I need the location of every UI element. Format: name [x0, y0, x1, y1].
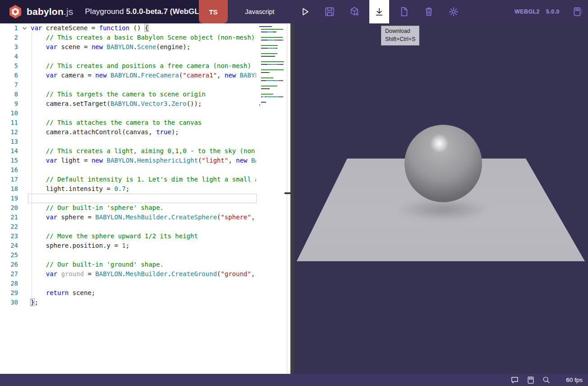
line-number: 25	[0, 250, 18, 260]
docs-icon	[526, 376, 535, 385]
line-number: 2	[0, 33, 18, 42]
gear-icon	[448, 6, 459, 18]
typescript-toggle-button[interactable]: TS	[199, 0, 228, 23]
code-line: 4	[0, 52, 256, 61]
line-number: 19	[0, 194, 18, 203]
code-line: 11 // This attaches the camera to the ca…	[0, 118, 256, 127]
code-line: 20 // Our built-in 'sphere' shape.	[0, 203, 256, 213]
line-number: 21	[0, 213, 18, 222]
code-line: 9 camera.setTarget(BABYLON.Vector3.Zero(…	[0, 99, 256, 109]
code-line: 23 // Move the sphere upward 1/2 its hei…	[0, 232, 256, 241]
tooltip-shortcut: Shift+Ctrl+S	[385, 36, 415, 44]
save-button[interactable]	[320, 0, 340, 23]
code-line: 26 // Our built-in 'ground' shape.	[0, 260, 256, 269]
line-number: 17	[0, 175, 18, 184]
docs-button[interactable]	[523, 374, 538, 386]
fold-chevron-icon[interactable]	[18, 23, 31, 33]
babylonjs-logo-icon[interactable]	[8, 4, 23, 19]
line-number: 29	[0, 288, 18, 298]
save-icon	[324, 6, 335, 18]
code-line: 7	[0, 80, 256, 90]
language-selector[interactable]: Javascript	[238, 0, 281, 23]
status-bar: 60 fps	[0, 374, 588, 386]
code-lines: 1var createScene = function () {2 // Thi…	[0, 23, 256, 307]
code-line: 21 var sphere = BABYLON.MeshBuilder.Crea…	[0, 213, 256, 222]
code-line: 28	[0, 279, 256, 288]
download-icon	[373, 6, 385, 18]
line-number: 8	[0, 90, 18, 99]
line-number: 3	[0, 42, 18, 52]
split-divider[interactable]	[290, 23, 294, 374]
code-line: 30};	[0, 298, 256, 307]
page-title: Playground5.0.0-beta.7 (WebGL2)	[85, 7, 206, 16]
minimap[interactable]	[259, 23, 287, 374]
brand-text[interactable]: babylon.js	[27, 6, 74, 17]
code-line: 8 // This targets the camera to scene or…	[0, 90, 256, 99]
line-number: 16	[0, 165, 18, 175]
code-line: 27 var ground = BABYLON.MeshBuilder.Crea…	[0, 269, 256, 279]
new-file-icon	[398, 6, 410, 18]
line-number: 27	[0, 269, 18, 279]
engine-label: WEBGL2	[514, 0, 540, 23]
line-number: 7	[0, 80, 18, 90]
play-icon	[299, 6, 311, 18]
line-number: 26	[0, 260, 18, 269]
top-toolbar: babylon.js Playground5.0.0-beta.7 (WebGL…	[0, 0, 588, 23]
code-line: 3 var scene = new BABYLON.Scene(engine);	[0, 42, 256, 52]
line-number: 15	[0, 156, 18, 165]
settings-button[interactable]	[444, 0, 464, 23]
run-button[interactable]	[295, 0, 315, 23]
line-number: 22	[0, 222, 18, 232]
feedback-button[interactable]	[507, 374, 522, 386]
line-number: 30	[0, 298, 18, 307]
code-line: 22	[0, 222, 256, 232]
tooltip-title: Download	[385, 27, 415, 36]
code-line: 6 var camera = new BABYLON.FreeCamera("c…	[0, 71, 256, 80]
line-number: 5	[0, 61, 18, 71]
line-number: 20	[0, 203, 18, 213]
brand-section: babylon.js Playground5.0.0-beta.7 (WebGL…	[0, 0, 199, 23]
line-number: 23	[0, 232, 18, 241]
line-number: 24	[0, 241, 18, 250]
line-number: 10	[0, 109, 18, 118]
clear-button[interactable]	[419, 0, 439, 23]
code-editor[interactable]: 1var createScene = function () {2 // Thi…	[0, 23, 290, 374]
line-number: 28	[0, 279, 18, 288]
line-number: 11	[0, 118, 18, 127]
sphere-mesh	[404, 125, 482, 202]
examples-icon	[572, 6, 583, 18]
trash-icon	[423, 6, 435, 18]
code-line: 24 sphere.position.y = 1;	[0, 241, 256, 250]
code-line: 1var createScene = function () {	[0, 23, 256, 33]
line-number: 4	[0, 52, 18, 61]
code-line: 19	[0, 194, 256, 203]
code-line: 14 // This creates a light, aiming 0,1,0…	[0, 146, 256, 156]
download-button[interactable]	[369, 0, 389, 23]
line-number: 6	[0, 71, 18, 80]
line-number: 14	[0, 146, 18, 156]
minimap-line	[259, 104, 287, 106]
code-line: 18 light.intensity = 0.7;	[0, 184, 256, 194]
code-line: 10	[0, 109, 256, 118]
code-line: 5 // This creates and positions a free c…	[0, 61, 256, 71]
code-line: 17 // Default intensity is 1. Let's dim …	[0, 175, 256, 184]
render-canvas[interactable]	[294, 23, 588, 374]
search-icon	[542, 375, 551, 385]
examples-button[interactable]	[568, 0, 588, 23]
code-line: 15 var light = new BABYLON.HemisphericLi…	[0, 156, 256, 165]
download-tooltip: Download Shift+Ctrl+S	[381, 26, 419, 45]
split-divider-handle[interactable]	[285, 192, 291, 194]
inspector-icon	[349, 6, 360, 18]
code-line: 13	[0, 137, 256, 146]
code-line: 16	[0, 165, 256, 175]
inspector-button[interactable]	[345, 0, 364, 23]
babylon-playground-window: babylon.js Playground5.0.0-beta.7 (WebGL…	[0, 0, 588, 386]
code-line: 25	[0, 250, 256, 260]
new-button[interactable]	[394, 0, 414, 23]
code-line: 29 return scene;	[0, 288, 256, 298]
code-line: 12 camera.attachControl(canvas, true);	[0, 127, 256, 137]
code-line: 2 // This creates a basic Babylon Scene …	[0, 33, 256, 42]
line-number: 12	[0, 127, 18, 137]
search-button[interactable]	[538, 374, 554, 386]
line-number: 9	[0, 99, 18, 109]
